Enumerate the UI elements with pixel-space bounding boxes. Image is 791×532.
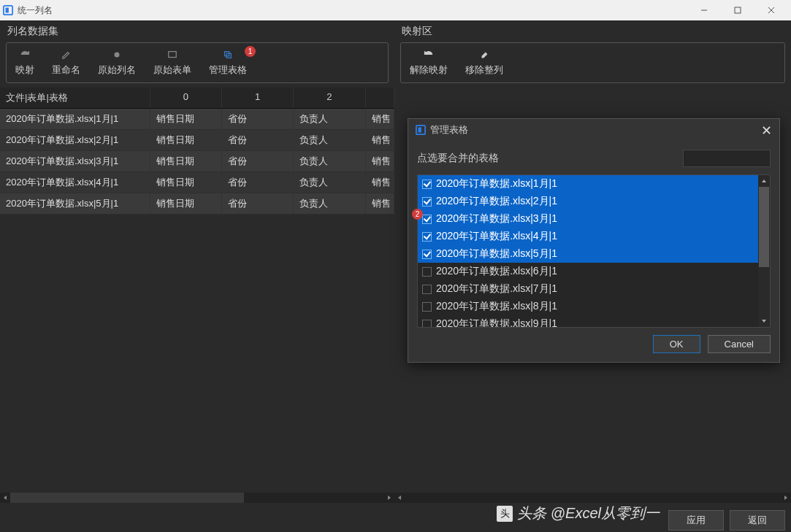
cell: 负责人 [294,130,365,150]
col-header-file[interactable]: 文件|表单|表格 [0,88,150,108]
list-item[interactable]: 2020年订单数据.xlsx|5月|1 [418,245,758,263]
dialog-close-button[interactable] [760,124,772,136]
svg-point-6 [115,53,120,58]
checkbox[interactable] [422,180,432,189]
checkbox[interactable] [422,250,432,259]
dialog-prompt: 点选要合并的表格 [417,152,499,165]
cell: 销售 [366,109,395,129]
checkbox[interactable] [422,302,432,312]
map-button[interactable]: 映射 [7,46,43,80]
checkbox[interactable] [422,197,432,207]
list-item-label: 2020年订单数据.xlsx|4月|1 [436,230,557,243]
hscroll-left[interactable] [0,493,394,503]
bottom-bar: 应用 返回 [668,510,785,531]
left-toolbar: 映射 重命名 原始列名 原始表单 管理表格 1 [6,42,389,83]
app-icon [416,125,426,135]
table-row[interactable]: 2020年订单数据.xlsx|5月|1销售日期省份负责人销售 [0,193,394,215]
cell: 负责人 [294,172,365,193]
cell: 销售 [366,172,395,193]
table-row[interactable]: 2020年订单数据.xlsx|4月|1销售日期省份负责人销售 [0,172,394,193]
cell: 省份 [222,151,294,171]
table-listbox: 2 2020年订单数据.xlsx|1月|12020年订单数据.xlsx|2月|1… [417,174,771,328]
checkbox[interactable] [422,320,432,328]
watermark-text: 头条 @Excel从零到一 [517,504,660,523]
original-tab-button[interactable]: 原始表单 [145,46,200,80]
scroll-up-icon[interactable] [758,175,770,187]
vscrollbar[interactable] [758,175,770,327]
dialog-title: 管理表格 [430,123,760,136]
back-button[interactable]: 返回 [730,510,785,531]
list-item-label: 2020年订单数据.xlsx|1月|1 [436,177,557,190]
remove-col-button[interactable]: 移除整列 [456,46,512,80]
list-item-label: 2020年订单数据.xlsx|2月|1 [436,195,557,208]
list-item-label: 2020年订单数据.xlsx|8月|1 [436,300,557,313]
right-toolbar: 解除映射 移除整列 [400,42,785,83]
scroll-right-icon[interactable] [384,493,394,503]
cell: 销售 [366,193,395,214]
window-title: 统一列名 [18,4,687,17]
scroll-left-icon[interactable] [0,493,10,503]
original-col-button[interactable]: 原始列名 [89,46,145,80]
cancel-button[interactable]: Cancel [708,335,771,353]
list-item[interactable]: 2020年订单数据.xlsx|2月|1 [418,193,758,210]
grid-header: 文件|表单|表格 0 1 2 [0,88,394,109]
list-item-label: 2020年订单数据.xlsx|9月|1 [436,317,557,327]
manage-tables-button[interactable]: 管理表格 1 [200,46,256,80]
maximize-button[interactable] [721,0,754,20]
table-row[interactable]: 2020年订单数据.xlsx|1月|1销售日期省份负责人销售 [0,109,394,130]
ok-button[interactable]: OK [653,335,700,353]
list-item[interactable]: 2020年订单数据.xlsx|3月|1 [418,210,758,228]
scroll-thumb[interactable] [10,493,244,503]
cell: 销售 [366,130,395,150]
checkbox[interactable] [422,267,432,277]
dialog-input-box[interactable] [683,150,771,167]
window-titlebar: 统一列名 [0,0,791,20]
col-header-3[interactable] [366,88,395,108]
scroll-left-icon[interactable] [394,493,405,503]
app-icon [3,5,13,15]
list-item[interactable]: 2020年订单数据.xlsx|6月|1 [418,263,758,280]
table-row[interactable]: 2020年订单数据.xlsx|3月|1销售日期省份负责人销售 [0,151,394,172]
col-header-0[interactable]: 0 [150,88,222,108]
cell: 2020年订单数据.xlsx|4月|1 [0,172,150,193]
col-header-2[interactable]: 2 [294,88,365,108]
checkbox[interactable] [422,285,432,294]
cell: 省份 [222,172,294,193]
undo-icon [423,50,435,60]
minimize-button[interactable] [687,0,721,20]
cell: 省份 [222,109,294,129]
list-item[interactable]: 2020年订单数据.xlsx|7月|1 [418,280,758,298]
checkbox[interactable] [422,215,432,224]
vscroll-thumb[interactable] [759,187,769,267]
cell: 销售日期 [150,193,222,214]
hscroll-right[interactable] [394,493,791,503]
svg-rect-7 [169,52,177,58]
apply-button[interactable]: 应用 [668,510,724,531]
list-item[interactable]: 2020年订单数据.xlsx|1月|1 [418,175,758,193]
sheet-icon [167,50,178,60]
copy-icon [222,50,234,60]
cell: 2020年订单数据.xlsx|5月|1 [0,193,150,214]
cell: 负责人 [294,109,365,129]
unmap-button[interactable]: 解除映射 [401,46,456,80]
close-button[interactable] [754,0,788,20]
scroll-down-icon[interactable] [758,315,770,327]
cell: 2020年订单数据.xlsx|3月|1 [0,151,150,171]
cell: 省份 [222,130,294,150]
list-item[interactable]: 2020年订单数据.xlsx|8月|1 [418,298,758,315]
table-row[interactable]: 2020年订单数据.xlsx|2月|1销售日期省份负责人销售 [0,130,394,151]
watermark: 头 头条 @Excel从零到一 [497,504,660,523]
checkbox[interactable] [422,232,432,242]
col-header-1[interactable]: 1 [222,88,294,108]
list-item[interactable]: 2020年订单数据.xlsx|9月|1 [418,315,758,327]
manage-badge: 1 [245,46,256,57]
scroll-right-icon[interactable] [781,493,791,503]
close-icon [763,126,771,134]
data-grid: 文件|表单|表格 0 1 2 2020年订单数据.xlsx|1月|1销售日期省份… [0,88,394,493]
cell: 2020年订单数据.xlsx|2月|1 [0,130,150,150]
dialog-titlebar: 管理表格 [408,119,779,141]
cell: 省份 [222,193,294,214]
list-item[interactable]: 2020年订单数据.xlsx|4月|1 [418,228,758,245]
rename-button[interactable]: 重命名 [43,46,89,80]
right-panel-label: 映射区 [394,20,791,41]
